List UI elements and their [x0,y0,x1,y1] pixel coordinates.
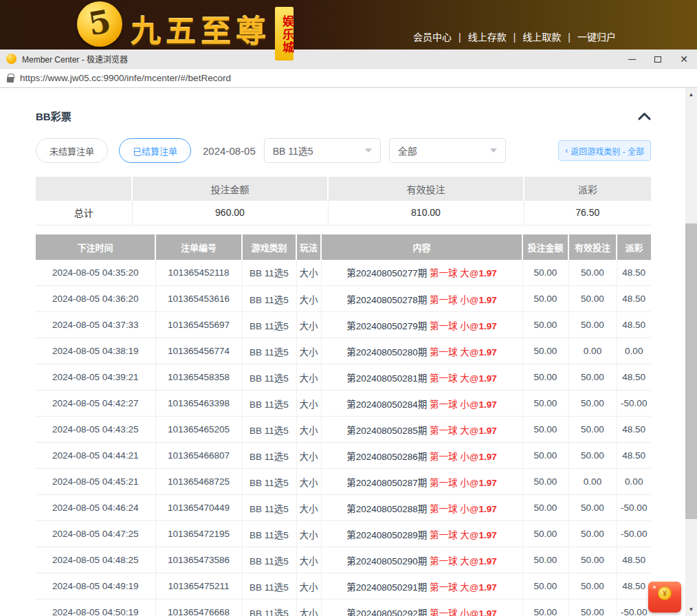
table-row: 2024-08-05 04:48:25101365473586BB 11选5大小… [36,547,651,573]
cell-valid-bet: 50.00 [568,495,617,521]
settled-tab-button[interactable]: 已结算注单 [119,138,191,163]
bet-pick: 第一球 大@ [430,268,478,278]
cell-bet-amount: 50.00 [522,364,568,390]
cell-play-type: 大小 [296,390,321,417]
draw-period: 第202408050286期 [346,452,430,462]
cell-bet-time: 2024-08-05 04:48:25 [36,547,155,573]
column-header: 内容 [321,234,522,260]
cell-bet-amount: 50.00 [522,521,568,547]
banner-nav-link[interactable]: 会员中心 [413,32,452,43]
back-to-category-button[interactable]: ‹ 返回游戏类别 - 全部 [558,140,651,161]
banner-nav: 会员中心|线上存款|线上取款|一键归户 [413,30,616,43]
bet-pick: 第一球 小@ [430,295,478,305]
cell-play-type: 大小 [296,547,321,573]
cell-content: 第202408050289期 第一球 大@1.97 [321,521,522,547]
table-row: 2024-08-05 04:47:25101365472195BB 11选5大小… [36,521,651,547]
browser-tab-icon [6,54,16,64]
chevron-down-icon [490,148,497,153]
collapse-section-button[interactable] [638,112,651,120]
cell-bet-amount: 50.00 [522,547,568,573]
cell-valid-bet: 50.00 [568,573,617,600]
bet-odds: 1.97 [479,399,497,410]
play-select[interactable]: 全部 [389,138,506,163]
window-controls: ✕ [619,50,697,69]
date-value[interactable]: 2024-08-05 [203,145,256,157]
cell-game-category: BB 11选5 [242,600,296,616]
cell-play-type: 大小 [296,312,321,338]
cell-play-type: 大小 [296,469,321,495]
logo-five-glyph: 5 [86,6,113,41]
filter-bar: 未结算注单 已结算注单 2024-08-05 BB 11选5 全部 ‹ 返回游戏… [36,138,651,163]
nav-separator: | [568,32,571,43]
cell-order-id: 101365453616 [155,286,242,312]
banner-nav-link[interactable]: 线上取款 [522,32,561,43]
close-icon: ✕ [680,54,688,64]
summary-valid-bet: 810.00 [328,201,524,225]
table-row: 2024-08-05 04:36:20101365453616BB 11选5大小… [36,286,651,312]
bet-odds: 1.97 [479,426,497,436]
cell-order-id: 101365473586 [155,547,242,573]
cell-bet-time: 2024-08-05 04:42:27 [36,390,155,417]
table-row: 2024-08-05 04:49:19101365475211BB 11选5大小… [36,573,651,600]
bet-odds: 1.97 [479,321,497,331]
site-logo: 5 九五至尊 娱乐城 [77,1,294,60]
scroll-down-icon[interactable]: ▼ [685,604,697,615]
minimize-button[interactable] [619,50,645,69]
cell-order-id: 101365452118 [155,260,242,286]
cell-payout: 0.00 [617,338,651,364]
bet-pick: 第一球 大@ [430,530,478,540]
bet-odds: 1.97 [479,478,497,488]
cell-payout: -50.00 [617,521,651,547]
unsettled-tab-button[interactable]: 未结算注单 [36,138,108,163]
bet-table-body: 2024-08-05 04:35:20101365452118BB 11选5大小… [36,260,651,616]
close-button[interactable]: ✕ [671,50,697,69]
cell-content: 第202408050281期 第一球 大@1.97 [321,364,522,390]
cell-bet-amount: 50.00 [522,443,568,469]
cell-bet-time: 2024-08-05 04:45:21 [36,469,155,495]
table-row: 2024-08-05 04:50:19101365476668BB 11选5大小… [36,600,651,616]
cell-order-id: 101365456774 [155,338,242,364]
cell-play-type: 大小 [296,573,321,600]
table-row: 2024-08-05 04:46:24101365470449BB 11选5大小… [36,495,651,521]
cell-bet-amount: 50.00 [522,469,568,495]
maximize-icon [654,56,661,63]
cell-content: 第202408050277期 第一球 大@1.97 [321,260,522,286]
cell-game-category: BB 11选5 [242,417,296,443]
bet-odds: 1.97 [479,347,497,358]
vertical-scrollbar[interactable]: ▲ ▼ [685,88,697,616]
cell-game-category: BB 11选5 [242,521,296,547]
summary-header-blank [36,177,132,201]
red-envelope-widget[interactable]: ¥ [648,582,681,613]
cell-bet-time: 2024-08-05 04:47:25 [36,521,155,547]
cell-content: 第202408050279期 第一球 小@1.97 [321,312,522,338]
bet-pick: 第一球 小@ [430,504,478,514]
banner-nav-link[interactable]: 线上存款 [468,32,507,43]
game-select[interactable]: BB 11选5 [264,138,381,163]
cell-order-id: 101365476668 [155,600,242,616]
app-window: 5 九五至尊 娱乐城 会员中心|线上存款|线上取款|一键归户 Member Ce… [0,0,697,616]
cell-play-type: 大小 [296,495,321,521]
url-text[interactable]: https://www.jw05.cc:9900/infe/mcenter/#/… [20,73,231,83]
draw-period: 第202408050285期 [346,426,430,436]
cell-bet-time: 2024-08-05 04:49:19 [36,573,155,600]
cell-content: 第202408050278期 第一球 小@1.97 [321,286,522,312]
bet-record-panel: BB彩票 未结算注单 已结算注单 2024-08-05 BB 11选5 全部 [0,88,651,616]
cell-valid-bet: 50.00 [568,600,617,616]
cell-content: 第202408050284期 第一球 小@1.97 [321,390,522,417]
draw-period: 第202408050279期 [346,321,430,331]
cell-valid-bet: 50.00 [568,417,617,443]
cell-order-id: 101365470449 [155,495,242,521]
scroll-up-icon[interactable]: ▲ [685,89,697,100]
summary-header-row: 投注金额 有效投注 派彩 [36,177,651,201]
bet-pick: 第一球 小@ [430,608,478,616]
cell-game-category: BB 11选5 [242,495,296,521]
cell-content: 第202408050287期 第一球 小@1.97 [321,469,522,495]
scrollbar-thumb[interactable] [685,223,697,519]
banner-nav-link[interactable]: 一键归户 [577,32,616,43]
maximize-button[interactable] [645,50,671,69]
cell-valid-bet: 50.00 [568,260,617,286]
site-banner: 5 九五至尊 娱乐城 会员中心|线上存款|线上取款|一键归户 [0,0,697,50]
draw-period: 第202408050289期 [346,530,430,540]
cell-bet-time: 2024-08-05 04:37:33 [36,312,155,338]
cell-payout: -50.00 [617,495,651,521]
